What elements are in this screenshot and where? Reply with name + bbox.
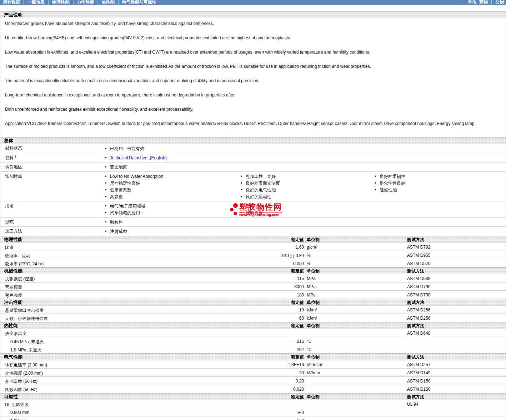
property-unit: MPa: [304, 291, 406, 299]
property-value: 202: [200, 345, 304, 353]
section-header-row: 电气性能额定值单位制测试方法: [0, 354, 506, 360]
property-unit: °C: [304, 337, 406, 345]
table-row: 用途•电气/电子应用领域•汽车领域的应用：•型号•照明装置: [0, 201, 506, 218]
datasheet-link[interactable]: Technical Datasheet (English): [110, 155, 167, 161]
product-description-body: Unreinforced grades have abundant streng…: [0, 18, 506, 137]
property-test-method: ASTM D256: [406, 314, 506, 322]
bullet-column-3: •良好的柔韧性•耐化学性良好•阻燃性能: [370, 172, 506, 201]
bullet-column-2: •型号•照明装置: [236, 201, 370, 217]
bullet-icon: •: [105, 173, 110, 180]
property-name: 介电强度 (2.00 mm): [0, 369, 200, 376]
bullet-column-2: [236, 218, 370, 226]
property-test-method: ASTM D150: [406, 385, 506, 393]
property-test-method: ASTM D149: [406, 369, 506, 376]
property-unit: [304, 329, 406, 337]
nav-item-3[interactable]: 物理性能: [52, 0, 69, 5]
list-item-text: 汽车领域的应用：: [110, 210, 144, 216]
property-test-method: ASTM D790: [406, 282, 506, 290]
nav-section-links: 所有数据|一般信息|物理性能|力学性能|热性能|电气性能与可燃性: [3, 0, 156, 5]
list-item: •亚太地区: [105, 164, 236, 171]
property-unit: %: [304, 259, 406, 267]
row-label: 用途: [0, 201, 100, 217]
nav-item-2[interactable]: 一般信息: [27, 0, 45, 5]
bullet-icon: •: [105, 194, 110, 200]
list-item: •电气/电子应用领域: [105, 203, 236, 210]
list-item: •良好的电气性能: [241, 187, 370, 194]
column-header-unit: 单位制: [304, 299, 406, 306]
nav-item-1[interactable]: 所有数据: [3, 0, 20, 5]
property-name: 收缩率 - 流动: [0, 251, 200, 259]
property-test-method: ASTM D648: [406, 329, 506, 337]
property-value: V-0: [200, 408, 304, 416]
table-row: 介电常数 (50 Hz)3.20ASTM D150: [0, 377, 506, 385]
section-header-row: 热性能额定值单位制测试方法: [0, 322, 506, 329]
column-header-method: 测试方法: [406, 268, 506, 274]
property-name: 悬壁梁缺口冲击强度: [0, 306, 200, 314]
nav-separator: |: [48, 0, 49, 5]
section-header-row: 可燃性额定值单位制测试方法: [0, 393, 506, 400]
list-item-text: 耐化学性良好: [380, 180, 405, 187]
bullet-column-1: •亚太地区: [100, 162, 236, 171]
bullet-icon: •: [105, 145, 110, 152]
property-name: 1.8 MPa, 未退火: [0, 345, 200, 353]
property-unit: [304, 385, 406, 393]
property-test-method: ASTM D790: [406, 291, 506, 299]
list-item: •型号: [241, 203, 370, 210]
description-paragraph-3: Low water absorption is exhibited, and e…: [0, 50, 506, 55]
property-value: 115: [200, 274, 304, 282]
nav-item-5[interactable]: 热性能: [102, 0, 115, 5]
bullet-column-2: [236, 153, 370, 162]
row-label: 供货地区: [0, 162, 100, 171]
property-test-method: ASTM D955: [406, 251, 506, 259]
bullet-column-1: •已商用：当前有效: [100, 144, 236, 153]
property-unit: kV/mm: [304, 369, 406, 376]
table-row: UL 阻燃等级UL 94: [0, 400, 506, 408]
list-item: •颗粒料: [105, 219, 236, 226]
section-header-general: 总体: [0, 137, 506, 144]
list-item: •汽车领域的应用：: [105, 210, 236, 216]
bullet-column-1: •电气/电子应用领域•汽车领域的应用：: [100, 201, 236, 217]
table-row: 材料状态•已商用：当前有效: [0, 144, 506, 153]
column-header-method: 测试方法: [406, 394, 506, 400]
property-value: 0.40 到 0.80: [200, 251, 304, 259]
property-test-method: UL 94: [406, 400, 506, 408]
table-row: 1.60 mmV-0: [0, 416, 506, 420]
property-name: 弯曲强度: [0, 291, 200, 299]
property-name: 耗散因数 (50 Hz): [0, 385, 200, 393]
table-row: 资料 1•Technical Datasheet (English): [0, 153, 506, 162]
table-row: 加工方法•注射成型: [0, 227, 506, 236]
property-unit: [304, 400, 406, 408]
property-value: 3.20: [200, 377, 304, 385]
property-test-method: [406, 337, 506, 345]
nav-item-6[interactable]: 电气性能与可燃性: [122, 0, 156, 5]
property-test-method: [406, 408, 506, 416]
property-test-method: ASTM D256: [406, 306, 506, 314]
description-paragraph-1: Unreinforced grades have abundant streng…: [0, 21, 506, 26]
property-test-method: ASTM D570: [406, 259, 506, 267]
property-value: 215: [200, 337, 304, 345]
list-item-text: 型号: [246, 203, 254, 210]
list-item: •Technical Datasheet (English): [105, 155, 236, 161]
table-row: 收缩率 - 流动0.40 到 0.80%ASTM D955: [0, 251, 506, 259]
column-header-value: 额定值: [200, 322, 304, 329]
list-item-text: Low to No Water Absorption: [110, 173, 163, 180]
top-navbar: 所有数据|一般信息|物理性能|力学性能|热性能|电气性能与可燃性 单位 英制 |…: [0, 0, 506, 5]
table-row: 悬壁梁缺口冲击强度10kJ/m²ASTM D256: [0, 306, 506, 314]
nav-item-4[interactable]: 力学性能: [77, 0, 94, 5]
property-test-method: ASTM D150: [406, 377, 506, 385]
column-header-method: 测试方法: [406, 236, 506, 243]
property-value: [200, 329, 304, 337]
row-label: 材料状态: [0, 144, 100, 153]
bullet-column-3: [370, 153, 506, 162]
list-item-text: 低摩擦系数: [110, 187, 131, 194]
section-title: 冲击性能: [0, 299, 200, 306]
unit-metric-current: 公制: [495, 0, 504, 5]
datasheet-page: 所有数据|一般信息|物理性能|力学性能|热性能|电气性能与可燃性 单位 英制 |…: [0, 0, 506, 420]
unit-imperial-link[interactable]: 英制: [479, 0, 488, 5]
row-label: 资料 1: [0, 153, 100, 162]
section-header-row: 冲击性能额定值单位制测试方法: [0, 299, 506, 306]
column-header-method: 测试方法: [406, 299, 506, 306]
nav-separator: |: [97, 0, 98, 5]
property-value: 20: [200, 369, 304, 376]
general-info-table: 材料状态•已商用：当前有效资料 1•Technical Datasheet (E…: [0, 144, 506, 236]
